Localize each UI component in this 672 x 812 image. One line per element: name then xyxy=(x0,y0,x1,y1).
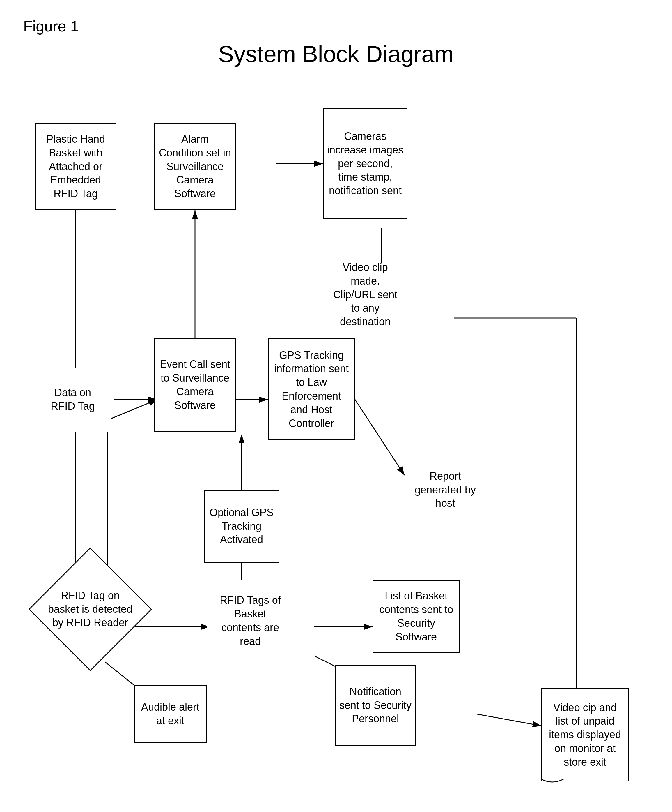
report-generated-label: Report generated by host xyxy=(413,469,477,510)
rfid-tags-read-box: RFID Tags of Basket contents are read xyxy=(207,580,294,662)
audible-alert-box: Audible alert at exit xyxy=(134,685,207,743)
audible-alert-label: Audible alert at exit xyxy=(138,701,203,728)
figure-label: Figure 1 xyxy=(23,17,649,35)
list-basket-contents-box: List of Basket contents sent to Security… xyxy=(373,580,460,653)
alarm-condition-box: Alarm Condition set in Surveillance Came… xyxy=(154,123,236,210)
gps-tracking-info-box: GPS Tracking information sent to Law Enf… xyxy=(268,338,355,440)
optional-gps-box: Optional GPS Tracking Activated xyxy=(204,490,279,563)
optional-gps-label: Optional GPS Tracking Activated xyxy=(208,506,276,547)
cameras-increase-label: Cameras increase images per second, time… xyxy=(327,130,404,198)
data-rfid-tag-label: Data on RFID Tag xyxy=(44,386,102,413)
report-generated-box: Report generated by host xyxy=(405,461,486,519)
diagram-area: Plastic Hand Basket with Attached or Emb… xyxy=(23,85,649,812)
rfid-detected-diamond: RFID Tag on basket is detected by RFID R… xyxy=(47,566,134,653)
video-clip-made-label: Video clip made. Clip/URL sent to any de… xyxy=(329,261,401,329)
video-monitor-box: Video cip and list of unpaid items displ… xyxy=(541,688,629,781)
data-rfid-tag-box: Data on RFID Tag xyxy=(35,368,111,432)
notification-security-label: Notification sent to Security Personnel xyxy=(339,685,412,726)
plastic-basket-label: Plastic Hand Basket with Attached or Emb… xyxy=(39,133,112,201)
alarm-condition-label: Alarm Condition set in Surveillance Came… xyxy=(158,133,232,201)
notification-security-box: Notification sent to Security Personnel xyxy=(335,665,416,746)
gps-tracking-info-label: GPS Tracking information sent to Law Enf… xyxy=(272,349,351,430)
page-title: System Block Diagram xyxy=(23,41,649,68)
list-basket-contents-label: List of Basket contents sent to Security… xyxy=(376,589,456,644)
svg-line-9 xyxy=(355,399,405,475)
rfid-tags-read-label: RFID Tags of Basket contents are read xyxy=(215,594,285,648)
svg-line-16 xyxy=(477,714,541,726)
video-monitor-label: Video cip and list of unpaid items displ… xyxy=(546,701,623,769)
rfid-detected-label: RFID Tag on basket is detected by RFID R… xyxy=(47,589,134,629)
event-call-box: Event Call sent to Surveillance Camera S… xyxy=(154,338,236,432)
page: Figure 1 System Block Diagram xyxy=(0,0,672,812)
plastic-basket-box: Plastic Hand Basket with Attached or Emb… xyxy=(35,123,116,210)
svg-line-18 xyxy=(108,399,157,420)
video-clip-made-box: Video clip made. Clip/URL sent to any de… xyxy=(320,263,410,327)
event-call-label: Event Call sent to Surveillance Camera S… xyxy=(158,358,232,412)
cameras-increase-box: Cameras increase images per second, time… xyxy=(323,108,407,219)
